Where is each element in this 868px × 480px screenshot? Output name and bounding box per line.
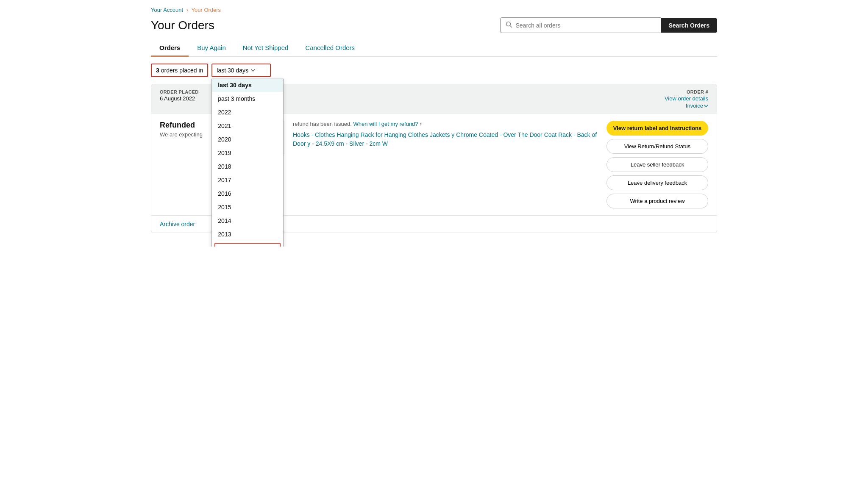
dropdown-item-2016[interactable]: 2016	[212, 187, 283, 200]
dropdown-item-2015[interactable]: 2015	[212, 200, 283, 214]
order-number-label: ORDER #	[687, 89, 708, 94]
tab-not-yet-shipped[interactable]: Not Yet Shipped	[234, 40, 297, 57]
order-status-title: Refunded	[160, 121, 215, 130]
orders-count-text: orders	[161, 67, 178, 74]
dropdown-item-2017[interactable]: 2017	[212, 173, 283, 187]
order-actions-column: View return label and instructions View …	[606, 121, 708, 208]
chevron-refund-icon: ›	[420, 121, 421, 127]
order-placed-label: ORDER PLACED	[160, 89, 199, 94]
search-input-wrapper	[500, 17, 661, 33]
page-header: Your Orders Search Orders	[151, 17, 717, 33]
refund-notice: refund has been issued. When will I get …	[293, 121, 598, 127]
write-product-review-button[interactable]: Write a product review	[606, 194, 708, 208]
orders-count-label: 3 orders placed in	[151, 64, 208, 77]
page-title: Your Orders	[151, 19, 214, 32]
invoice-chevron-icon	[704, 105, 708, 107]
invoice-dropdown[interactable]: Invoice	[686, 103, 708, 109]
dropdown-item-2018[interactable]: 2018	[212, 160, 283, 173]
dropdown-item-last30[interactable]: last 30 days	[212, 78, 283, 92]
tab-cancelled-orders[interactable]: Cancelled Orders	[297, 40, 363, 57]
product-title-link[interactable]: Hooks - Clothes Hanging Rack for Hanging…	[293, 131, 597, 147]
chevron-down-icon	[251, 69, 255, 72]
breadcrumb: Your Account › Your Orders	[151, 7, 717, 13]
orders-filter-row: 3 orders placed in last 30 days last 30 …	[151, 64, 717, 77]
tab-orders[interactable]: Orders	[151, 40, 189, 57]
dropdown-item-2014[interactable]: 2014	[212, 214, 283, 228]
search-icon	[506, 21, 512, 29]
breadcrumb-current: Your Orders	[192, 7, 221, 13]
dropdown-selected-value[interactable]: last 30 days	[211, 64, 271, 77]
order-info-column: refund has been issued. When will I get …	[293, 121, 598, 148]
dropdown-item-2020[interactable]: 2020	[212, 133, 283, 146]
dropdown-item-2021[interactable]: 2021	[212, 119, 283, 133]
view-order-details-link[interactable]: View order details	[665, 95, 708, 102]
time-period-dropdown[interactable]: last 30 days last 30 days past 3 months …	[211, 64, 271, 77]
dropdown-item-archived[interactable]: Archived Orders	[214, 243, 281, 247]
orders-count-number: 3	[156, 67, 159, 74]
order-status-description: We are expecting	[160, 131, 215, 138]
breadcrumb-separator: ›	[186, 7, 188, 13]
dropdown-menu: last 30 days past 3 months 2022 2021 202…	[211, 78, 284, 247]
order-placed-date: 6 August 2022	[160, 95, 199, 102]
orders-placed-in-text: placed in	[179, 67, 203, 74]
order-status-column: Refunded We are expecting	[160, 121, 215, 138]
tabs-nav: Orders Buy Again Not Yet Shipped Cancell…	[151, 40, 717, 57]
dropdown-item-2013[interactable]: 2013	[212, 228, 283, 241]
refund-question-link[interactable]: When will I get my refund?	[353, 121, 418, 127]
search-bar: Search Orders	[500, 17, 718, 33]
leave-seller-feedback-button[interactable]: Leave seller feedback	[606, 157, 708, 172]
dropdown-item-2019[interactable]: 2019	[212, 146, 283, 160]
order-number-section: ORDER # View order details Invoice	[665, 89, 708, 109]
search-orders-button[interactable]: Search Orders	[661, 18, 718, 33]
order-placed-section: ORDER PLACED 6 August 2022	[160, 89, 199, 102]
svg-line-1	[510, 26, 512, 28]
view-return-label-button[interactable]: View return label and instructions	[606, 121, 708, 136]
leave-delivery-feedback-button[interactable]: Leave delivery feedback	[606, 175, 708, 190]
archive-order-link[interactable]: Archive order	[160, 221, 195, 228]
breadcrumb-parent-link[interactable]: Your Account	[151, 7, 183, 13]
tab-buy-again[interactable]: Buy Again	[189, 40, 234, 57]
search-input[interactable]	[516, 22, 656, 29]
dropdown-item-2022[interactable]: 2022	[212, 105, 283, 119]
dropdown-item-past3months[interactable]: past 3 months	[212, 92, 283, 105]
view-refund-status-button[interactable]: View Return/Refund Status	[606, 139, 708, 154]
